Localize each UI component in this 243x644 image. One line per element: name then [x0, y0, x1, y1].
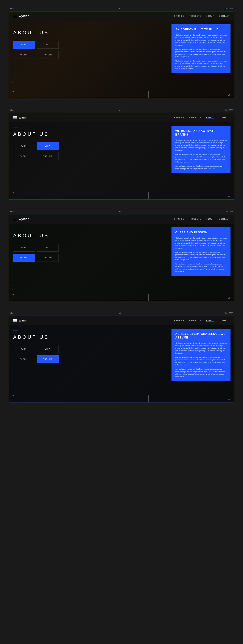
left-panel: ABOUT USWHYWHOWORKFUTUREfto	[9, 21, 63, 98]
screen-label-right: 1366X768	[224, 210, 233, 213]
social-icons: fto	[12, 82, 14, 92]
social-icon-twitter[interactable]: t	[12, 187, 14, 190]
lang-label[interactable]: EN	[228, 398, 231, 400]
frame-content: wynnrPROFILEPROJECTSABOUTCONTACTABOUT US…	[9, 12, 234, 98]
lang-label[interactable]: EN	[228, 196, 231, 198]
social-icons: fto	[12, 183, 14, 194]
blue-line	[13, 26, 18, 26]
nav-logo[interactable]: wynnr	[19, 116, 174, 120]
nav-logo[interactable]: wynnr	[19, 319, 174, 322]
right-panel: CLASS AND PASSIONThe brands we build and…	[63, 224, 234, 301]
social-icon-facebook[interactable]: f	[12, 285, 14, 287]
nav-link-about[interactable]: ABOUT	[206, 320, 214, 322]
grid-buttons-row2: WORKFUTURE	[13, 355, 59, 363]
lang-label[interactable]: EN	[228, 297, 231, 299]
social-icon-facebook[interactable]: f	[12, 183, 14, 186]
nav-logo[interactable]: wynnr	[19, 14, 174, 18]
content-paragraph-3: The brands we build and the experiences …	[175, 60, 227, 70]
blue-line	[13, 330, 18, 331]
hamburger-menu[interactable]	[13, 320, 17, 322]
divider-vertical	[148, 91, 149, 98]
content-paragraph-1: The brands we build and the experiences …	[175, 342, 227, 354]
grid-btn-future[interactable]: FUTURE	[37, 51, 59, 59]
grid-btn-who[interactable]: WHO	[37, 41, 59, 49]
screen-label-center: 04	[119, 312, 121, 314]
right-panel: ACHIEVE EVERY CHALLENGE WE ASSUMEThe bra…	[63, 325, 234, 402]
grid-btn-future[interactable]: FUTURE	[37, 355, 59, 363]
left-panel: ABOUT USWHYWHOWORKFUTUREfto	[9, 224, 63, 301]
grid-btn-who[interactable]: WHO	[37, 345, 59, 353]
nav-link-projects[interactable]: PROJECTS	[189, 320, 201, 322]
social-icon-facebook[interactable]: f	[12, 386, 14, 388]
nav-link-contact[interactable]: CONTACT	[219, 218, 230, 220]
nav-link-about[interactable]: ABOUT	[206, 116, 214, 119]
nav-bar: wynnrPROFILEPROJECTSABOUTCONTACT	[9, 113, 234, 122]
right-panel: AN AGENCY BUILT TO BUILDThe brands we bu…	[63, 21, 234, 98]
grid-btn-who[interactable]: WHO	[37, 142, 59, 150]
content-paragraph-1: The brands we build and the experiences …	[175, 237, 227, 249]
social-icon-instagram[interactable]: o	[12, 293, 14, 296]
corner-tl	[9, 316, 12, 319]
hamburger-menu[interactable]	[13, 15, 17, 18]
nav-links: PROFILEPROJECTSABOUTCONTACT	[174, 15, 230, 17]
grid-btn-who[interactable]: WHO	[37, 244, 59, 252]
content-paragraph-1: The brands we build and the experiences …	[175, 139, 227, 152]
corner-br	[231, 399, 234, 402]
social-icon-twitter[interactable]: t	[12, 86, 14, 88]
grid-buttons-row2: WORKFUTURE	[13, 254, 59, 262]
hamburger-menu[interactable]	[13, 116, 17, 119]
social-icon-facebook[interactable]: f	[12, 82, 14, 84]
top-bar-deco	[213, 11, 224, 12]
corner-tl	[9, 112, 12, 116]
grid-btn-why[interactable]: WHY	[13, 142, 35, 150]
nav-link-about[interactable]: ABOUT	[206, 218, 214, 220]
nav-link-projects[interactable]: PROJECTS	[189, 116, 201, 119]
grid-btn-future[interactable]: FUTURE	[37, 152, 59, 160]
grid-btn-future[interactable]: FUTURE	[37, 254, 59, 262]
screen-block-3: About 03 1366X768 wynnrPROFILEPROJECTSAB…	[9, 210, 234, 301]
content-heading: WE BUILDS AND ACTIVATE BRANDS	[175, 129, 227, 136]
page-wrapper: About 01 1366X768 wynnrPROFILEPROJECTSAB…	[0, 0, 243, 420]
grid-btn-work[interactable]: WORK	[13, 254, 35, 262]
grid-buttons-row1: WHYWHO	[13, 41, 59, 49]
right-panel: WE BUILDS AND ACTIVATE BRANDSThe brands …	[63, 122, 234, 199]
nav-link-about[interactable]: ABOUT	[206, 15, 214, 17]
social-icon-instagram[interactable]: o	[12, 90, 14, 92]
nav-links: PROFILEPROJECTSABOUTCONTACT	[174, 320, 230, 322]
nav-logo[interactable]: wynnr	[19, 217, 174, 221]
social-icon-twitter[interactable]: t	[12, 390, 14, 393]
nav-link-profile[interactable]: PROFILE	[174, 15, 184, 17]
grid-btn-work[interactable]: WORK	[13, 51, 35, 59]
grid-buttons-row2: WORKFUTURE	[13, 152, 59, 160]
hamburger-menu[interactable]	[13, 218, 17, 220]
frame-body: ABOUT USWHYWHOWORKFUTUREftoAN AGENCY BUI…	[9, 21, 234, 98]
nav-links: PROFILEPROJECTSABOUTCONTACT	[174, 116, 230, 119]
grid-btn-why[interactable]: WHY	[13, 244, 35, 252]
social-icon-twitter[interactable]: t	[12, 289, 14, 291]
corner-br	[231, 196, 234, 200]
nav-link-profile[interactable]: PROFILE	[174, 320, 184, 322]
grid-btn-why[interactable]: WHY	[13, 345, 35, 353]
grid-btn-work[interactable]: WORK	[13, 152, 35, 160]
nav-link-contact[interactable]: CONTACT	[219, 320, 230, 322]
nav-link-contact[interactable]: CONTACT	[219, 15, 230, 17]
grid-btn-why[interactable]: WHY	[13, 41, 35, 49]
nav-link-profile[interactable]: PROFILE	[174, 218, 184, 220]
screen-frame-1: wynnrPROFILEPROJECTSABOUTCONTACTABOUT US…	[9, 11, 234, 98]
nav-link-projects[interactable]: PROJECTS	[189, 15, 201, 17]
social-icon-instagram[interactable]: o	[12, 192, 14, 194]
screen-frame-3: wynnrPROFILEPROJECTSABOUTCONTACTABOUT US…	[9, 214, 234, 301]
screen-label-left: About	[10, 210, 15, 213]
lang-label[interactable]: EN	[228, 94, 231, 96]
nav-link-contact[interactable]: CONTACT	[219, 116, 230, 119]
content-paragraph-1: The brands we build and the experiences …	[175, 34, 227, 46]
about-title: ABOUT US	[13, 233, 59, 238]
grid-btn-work[interactable]: WORK	[13, 355, 35, 363]
nav-link-profile[interactable]: PROFILE	[174, 116, 184, 119]
content-paragraph-3: We help brands connect with their future…	[175, 165, 227, 170]
screen-label-left: About	[10, 312, 15, 314]
content-heading: CLASS AND PASSION	[175, 231, 227, 234]
nav-link-projects[interactable]: PROJECTS	[189, 218, 201, 220]
social-icon-instagram[interactable]: o	[12, 394, 14, 397]
nav-links: PROFILEPROJECTSABOUTCONTACT	[174, 218, 230, 220]
